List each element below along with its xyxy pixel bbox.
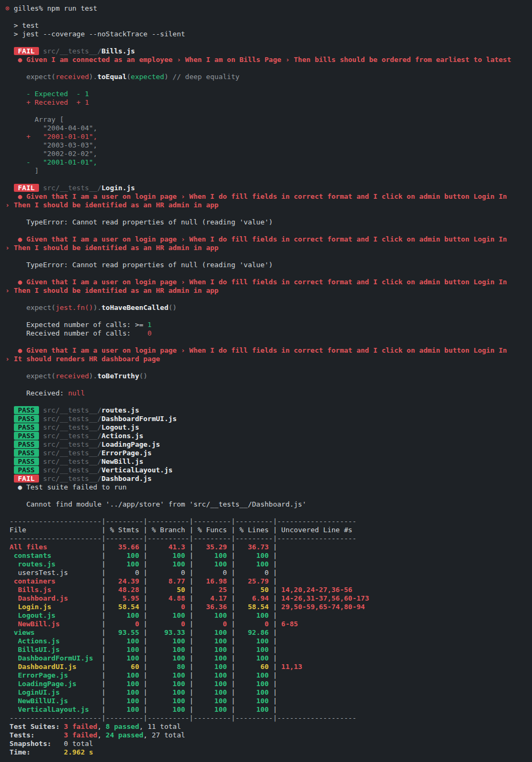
text-segment: | <box>101 697 106 705</box>
prompt-status-icon: ⊗ <box>5 4 10 12</box>
summary-value: , <box>97 722 106 730</box>
terminal-line <box>5 209 532 218</box>
text-segment: | <box>101 628 106 636</box>
coverage-row: LoginUI.js | 100 | 100 | 100 | 100 | <box>5 688 532 697</box>
text-segment: | <box>231 526 236 534</box>
test-name: ● Given that I am a user on login page ›… <box>5 346 507 354</box>
text-segment: + Received + 1 <box>5 98 89 106</box>
coverage-value: 48.28 <box>106 586 143 594</box>
text-segment: | <box>273 577 277 585</box>
summary-row: Snapshots: 0 total <box>5 740 532 748</box>
terminal-line: expect(received).toEqual(expected) // de… <box>5 73 532 81</box>
text-segment: | <box>143 526 147 534</box>
terminal-line: PASS src/__tests__/NewBill.js <box>5 457 532 466</box>
coverage-value: 100 <box>147 654 189 662</box>
coverage-row: Actions.js | 100 | 100 | 100 | 100 | <box>5 637 532 646</box>
summary-row: Test Suites: 3 failed, 8 passed, 11 tota… <box>5 722 532 731</box>
text-segment: | <box>101 620 106 628</box>
coverage-row: VerticalLayout.js | 100 | 100 | 100 | 10… <box>5 705 532 714</box>
coverage-value: 16.98 <box>193 577 231 585</box>
coverage-row: constants | 100 | 100 | 100 | 100 | <box>5 551 532 560</box>
text-segment: | <box>143 680 147 688</box>
text-segment: src/__tests__/ <box>43 415 101 423</box>
text-segment <box>5 47 14 55</box>
error-message: TypeError: Cannot read properties of nul… <box>5 261 273 269</box>
terminal-line <box>5 227 532 235</box>
text-segment: | <box>101 680 106 688</box>
terminal-line <box>5 295 532 304</box>
coverage-value: 0 <box>193 620 231 628</box>
error-message: TypeError: Cannot read properties of nul… <box>5 218 273 226</box>
coverage-value: 100 <box>147 688 189 696</box>
coverage-value: 100 <box>106 637 143 645</box>
coverage-row: NewBillUI.js | 100 | 100 | 100 | 100 | <box>5 697 532 705</box>
coverage-value: 100 <box>236 654 273 662</box>
text-segment: | <box>231 620 236 628</box>
text-segment: | <box>101 603 106 611</box>
terminal-line: ● Given that I am a user on login page ›… <box>5 346 532 355</box>
text-segment: | <box>143 543 147 551</box>
coverage-value: 100 <box>147 680 189 688</box>
text-segment: | <box>143 569 147 577</box>
terminal-line <box>5 380 532 389</box>
text-segment: | <box>231 594 236 602</box>
terminal-line: PASS src/__tests__/Actions.js <box>5 432 532 440</box>
terminal-line: ● Given I am connected as an employee › … <box>5 56 532 64</box>
text-segment: () <box>168 304 177 312</box>
coverage-value: 58.54 <box>236 603 273 611</box>
terminal-line: expect(received).toBeTruthy() <box>5 372 532 380</box>
summary-row: Time: 2.962 s <box>5 748 532 757</box>
pass-badge: PASS <box>14 457 39 465</box>
text-segment <box>5 432 14 440</box>
summary-value: , 27 total <box>143 731 185 739</box>
terminal-line <box>5 38 532 47</box>
text-segment: | <box>231 603 236 611</box>
summary-row: Tests: 3 failed, 24 passed, 27 total <box>5 731 532 740</box>
coverage-value: 100 <box>193 611 231 619</box>
text-segment: | <box>101 543 106 551</box>
text-segment: | <box>143 560 147 568</box>
coverage-value: 100 <box>106 560 143 568</box>
fail-badge: FAIL <box>14 184 39 192</box>
text-segment: | <box>101 671 106 679</box>
text-segment <box>5 184 14 192</box>
text-segment: expect( <box>5 304 56 312</box>
uncovered-lines: 14,20,24-27,36-56 <box>277 586 353 594</box>
coverage-value: 100 <box>236 680 273 688</box>
coverage-value: 24.39 <box>106 577 143 585</box>
pass-badge: PASS <box>14 466 39 474</box>
text-segment: | <box>101 577 106 585</box>
coverage-value: 100 <box>147 637 189 645</box>
text-segment: ). <box>93 304 101 312</box>
coverage-value: 100 <box>236 705 273 713</box>
text-segment: | <box>143 637 147 645</box>
coverage-value: 100 <box>236 560 273 568</box>
coverage-value: 41.3 <box>147 543 189 551</box>
terminal-line: PASS src/__tests__/Logout.js <box>5 423 532 432</box>
text-segment: | <box>143 688 147 696</box>
coverage-value: 100 <box>147 705 189 713</box>
suite-filename: Actions.js <box>101 432 143 440</box>
coverage-file: VerticalLayout.js <box>5 705 101 713</box>
coverage-value: 80 <box>147 663 189 671</box>
text-segment: | <box>143 603 147 611</box>
text-segment <box>5 457 14 465</box>
text-segment: | <box>231 646 236 654</box>
terminal-line: > jest --coverage --noStackTrace --silen… <box>5 30 532 38</box>
coverage-file: LoadingPage.js <box>5 680 101 688</box>
text-segment: - "2001-01-01", <box>5 158 97 166</box>
text-segment: | <box>231 688 236 696</box>
text-segment: src/__tests__/ <box>43 457 101 465</box>
text-segment: | <box>101 688 106 696</box>
terminal-line <box>5 175 532 184</box>
text-segment: | <box>101 586 106 594</box>
terminal-output: ⊗ gilles% npm run test > test > jest --c… <box>5 4 532 757</box>
coverage-value: 0 <box>106 620 143 628</box>
summary-value: 3 failed <box>64 722 98 730</box>
text-segment: | <box>273 654 277 662</box>
text-segment: | <box>231 560 236 568</box>
text-segment: | <box>231 697 236 705</box>
coverage-file: Login.js <box>5 603 101 611</box>
coverage-file: containers <box>5 577 101 585</box>
terminal-line: Received number of calls: 0 <box>5 329 532 338</box>
